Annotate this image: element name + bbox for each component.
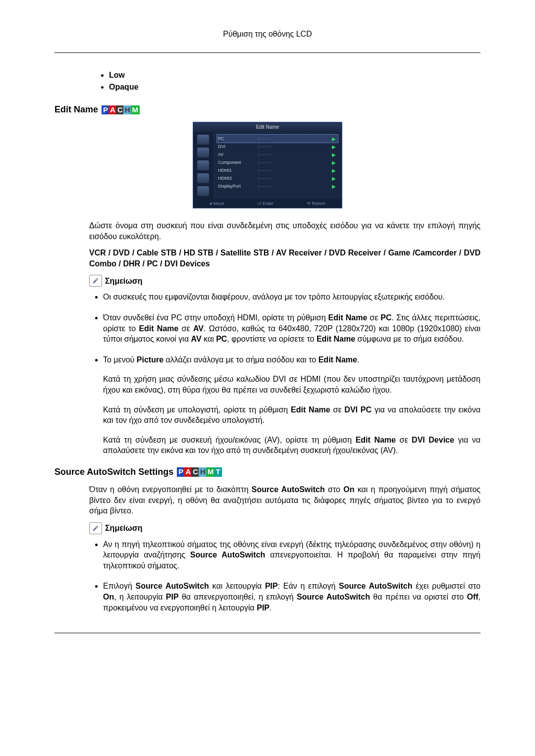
- play-icon: ▶: [332, 152, 338, 157]
- osd-row-label: Component: [217, 160, 257, 165]
- section-heading-edit-name: Edit Name PACHM: [54, 104, 481, 115]
- osd-footer: ♦ Move ⏎ Enter ⟲ Return: [193, 199, 342, 208]
- play-icon: ▶: [332, 184, 338, 189]
- osd-row-label: DVI: [217, 144, 257, 149]
- play-icon: ▶: [332, 160, 338, 165]
- osd-nav-icon: [197, 135, 209, 145]
- play-icon: ▶: [332, 136, 338, 142]
- paragraph: Κατά τη χρήση μιας σύνδεσης μέσω καλωδίο…: [103, 374, 481, 395]
- osd-row-value: - - - -: [261, 152, 332, 157]
- osd-row: Component:- - - -▶: [217, 158, 338, 166]
- edit-name-intro: Δώστε όνομα στη συσκευή που είναι συνδεδ…: [89, 220, 481, 242]
- footer-divider: [54, 633, 481, 633]
- autoswitch-intro: Όταν η οθόνη ενεργοποιηθεί με το διακόπτ…: [89, 484, 481, 516]
- play-icon: ▶: [332, 168, 338, 173]
- osd-row: HDMI1:- - - -▶: [217, 166, 338, 174]
- list-item: Όταν συνδεθεί ένα PC στην υποδοχή HDMI, …: [103, 312, 481, 345]
- osd-nav-icons: [193, 132, 213, 199]
- osd-row-value: - - - -: [261, 184, 332, 189]
- pencil-icon: [89, 522, 102, 534]
- list-item: Επιλογή Source AutoSwitch και λειτουργία…: [103, 581, 481, 613]
- play-icon: ▶: [332, 144, 338, 150]
- autoswitch-notes: Αν η πηγή τηλεοπτικού σήματος της οθόνης…: [89, 539, 481, 613]
- osd-row-label: HDMI1: [217, 168, 257, 173]
- paragraph: Κατά τη σύνδεση με συσκευή ήχου/εικόνας …: [103, 435, 481, 456]
- header-divider: [54, 52, 481, 53]
- page-title: Ρύθμιση της οθόνης LCD: [54, 30, 481, 39]
- osd-menu: Edit Name PC:- - - -▶DVI:- - - -▶AV:- - …: [193, 122, 342, 208]
- device-list: VCR / DVD / Cable STB / HD STB / Satelli…: [89, 248, 481, 269]
- osd-nav-icon: [197, 148, 209, 157]
- list-item: Low: [109, 71, 481, 80]
- osd-row: DisplayPort:- - - -▶: [217, 182, 338, 190]
- osd-row-label: AV: [217, 152, 257, 157]
- osd-hint-enter: ⏎ Enter: [258, 201, 273, 206]
- pencil-icon: [89, 275, 102, 287]
- paragraph: Κατά τη σύνδεση με υπολογιστή, ορίστε τη…: [103, 404, 481, 426]
- osd-hint-return: ⟲ Return: [307, 201, 325, 206]
- badge-t: T: [214, 467, 221, 477]
- list-item: Το μενού Picture αλλάζει ανάλογα με το σ…: [103, 354, 481, 456]
- list-item: Opaque: [109, 83, 481, 92]
- edit-name-notes: Οι συσκευές που εμφανίζονται διαφέρουν, …: [89, 292, 481, 456]
- osd-hint-move: ♦ Move: [210, 201, 224, 206]
- osd-nav-icon: [197, 186, 209, 196]
- osd-row-value: - - - -: [261, 168, 332, 173]
- osd-row-value: - - - -: [261, 136, 332, 141]
- osd-row: DVI:- - - -▶: [217, 143, 338, 151]
- osd-row: HDMI2:- - - -▶: [217, 174, 338, 182]
- osd-row-value: - - - -: [261, 160, 332, 165]
- top-bullet-list: Low Opaque: [54, 71, 481, 92]
- osd-row-label: PC: [217, 136, 257, 141]
- osd-nav-icon: [197, 173, 209, 183]
- list-item: Οι συσκευές που εμφανίζονται διαφέρουν, …: [103, 292, 481, 302]
- play-icon: ▶: [332, 176, 338, 181]
- osd-row-value: - - - -: [261, 176, 332, 181]
- section-heading-autoswitch: Source AutoSwitch Settings PACHMT: [54, 467, 481, 477]
- osd-row-value: - - - -: [261, 144, 332, 149]
- list-item: Αν η πηγή τηλεοπτικού σήματος της οθόνης…: [103, 539, 481, 571]
- note-label: Σημείωση: [89, 522, 481, 534]
- osd-row-label: DisplayPort: [217, 184, 257, 189]
- badge-m: M: [131, 105, 140, 115]
- osd-row-label: HDMI2: [217, 176, 257, 181]
- osd-row: PC:- - - -▶: [216, 134, 338, 143]
- osd-title: Edit Name: [193, 122, 342, 132]
- note-label: Σημείωση: [89, 275, 481, 287]
- osd-row: AV:- - - -▶: [217, 151, 338, 158]
- osd-nav-icon: [197, 160, 209, 170]
